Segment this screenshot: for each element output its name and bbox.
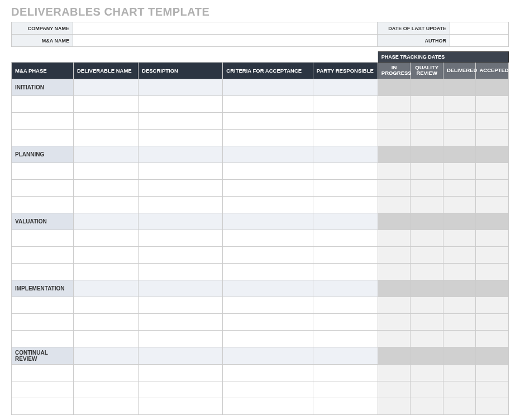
cell[interactable] — [443, 398, 476, 414]
cell[interactable] — [73, 196, 138, 213]
cell[interactable] — [139, 347, 223, 364]
cell[interactable] — [313, 196, 378, 213]
cell[interactable] — [73, 330, 138, 347]
cell[interactable] — [12, 112, 74, 129]
cell[interactable] — [313, 213, 378, 230]
cell[interactable] — [476, 347, 509, 364]
cell[interactable] — [313, 297, 378, 313]
cell[interactable] — [476, 196, 509, 213]
cell[interactable] — [223, 347, 313, 364]
cell[interactable] — [73, 297, 138, 313]
cell[interactable] — [378, 280, 411, 297]
cell[interactable] — [73, 230, 138, 246]
cell[interactable] — [139, 246, 223, 263]
cell[interactable] — [139, 263, 223, 280]
cell[interactable] — [443, 381, 476, 398]
cell[interactable] — [378, 213, 411, 230]
cell[interactable] — [73, 129, 138, 146]
cell[interactable] — [378, 230, 411, 246]
author-value[interactable] — [450, 35, 509, 47]
cell[interactable] — [476, 330, 509, 347]
cell[interactable] — [313, 381, 378, 398]
cell[interactable] — [73, 313, 138, 330]
cell[interactable] — [223, 364, 313, 381]
cell[interactable] — [443, 246, 476, 263]
cell[interactable] — [476, 112, 509, 129]
cell[interactable] — [476, 398, 509, 414]
cell[interactable] — [73, 146, 138, 163]
cell[interactable] — [443, 347, 476, 364]
cell[interactable] — [411, 179, 443, 196]
cell[interactable] — [476, 129, 509, 146]
cell[interactable] — [476, 313, 509, 330]
cell[interactable] — [139, 280, 223, 297]
cell[interactable] — [139, 79, 223, 96]
cell[interactable] — [476, 297, 509, 313]
cell[interactable] — [313, 96, 378, 112]
company-name-value[interactable] — [73, 22, 378, 35]
cell[interactable] — [313, 246, 378, 263]
cell[interactable] — [411, 263, 443, 280]
cell[interactable] — [139, 313, 223, 330]
cell[interactable] — [313, 79, 378, 96]
cell[interactable] — [378, 364, 411, 381]
cell[interactable] — [313, 146, 378, 163]
cell[interactable] — [73, 213, 138, 230]
cell[interactable] — [139, 398, 223, 414]
cell[interactable] — [411, 213, 443, 230]
cell[interactable] — [378, 246, 411, 263]
cell[interactable] — [12, 196, 74, 213]
cell[interactable] — [476, 179, 509, 196]
cell[interactable] — [476, 246, 509, 263]
cell[interactable] — [443, 146, 476, 163]
cell[interactable] — [378, 196, 411, 213]
cell[interactable] — [378, 129, 411, 146]
cell[interactable] — [73, 246, 138, 263]
cell[interactable] — [313, 129, 378, 146]
cell[interactable] — [223, 129, 313, 146]
cell[interactable] — [411, 96, 443, 112]
cell[interactable] — [73, 398, 138, 414]
cell[interactable] — [443, 213, 476, 230]
cell[interactable] — [476, 364, 509, 381]
cell[interactable] — [443, 230, 476, 246]
cell[interactable] — [223, 280, 313, 297]
cell[interactable] — [73, 280, 138, 297]
cell[interactable] — [223, 196, 313, 213]
cell[interactable] — [378, 96, 411, 112]
cell[interactable] — [139, 129, 223, 146]
cell[interactable] — [443, 313, 476, 330]
cell[interactable] — [313, 364, 378, 381]
cell[interactable] — [411, 364, 443, 381]
cell[interactable] — [12, 246, 74, 263]
cell[interactable] — [443, 364, 476, 381]
cell[interactable] — [139, 364, 223, 381]
cell[interactable] — [139, 381, 223, 398]
cell[interactable] — [223, 246, 313, 263]
cell[interactable] — [223, 297, 313, 313]
cell[interactable] — [411, 146, 443, 163]
cell[interactable] — [139, 146, 223, 163]
cell[interactable] — [223, 96, 313, 112]
cell[interactable] — [443, 196, 476, 213]
cell[interactable] — [223, 398, 313, 414]
cell[interactable] — [411, 280, 443, 297]
cell[interactable] — [12, 179, 74, 196]
cell[interactable] — [73, 179, 138, 196]
cell[interactable] — [476, 146, 509, 163]
cell[interactable] — [139, 230, 223, 246]
cell[interactable] — [378, 146, 411, 163]
cell[interactable] — [411, 246, 443, 263]
cell[interactable] — [476, 230, 509, 246]
cell[interactable] — [139, 96, 223, 112]
cell[interactable] — [73, 364, 138, 381]
cell[interactable] — [378, 398, 411, 414]
cell[interactable] — [411, 313, 443, 330]
cell[interactable] — [378, 330, 411, 347]
cell[interactable] — [411, 330, 443, 347]
cell[interactable] — [12, 398, 74, 414]
cell[interactable] — [378, 381, 411, 398]
cell[interactable] — [139, 297, 223, 313]
cell[interactable] — [378, 313, 411, 330]
cell[interactable] — [223, 146, 313, 163]
